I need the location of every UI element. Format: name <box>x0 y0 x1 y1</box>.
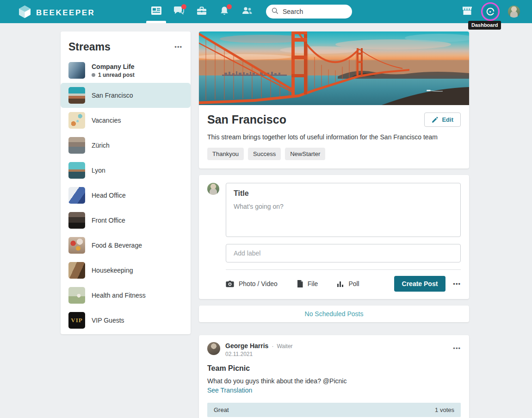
post-author-role: Waiter <box>277 343 292 349</box>
poll-option-great[interactable]: Great 1 votes <box>207 403 461 417</box>
sidebar-item-san-francisco[interactable]: San Francisco <box>61 83 191 108</box>
post-date: 02.11.2021 <box>225 351 453 357</box>
stream-thumbnail <box>68 137 85 154</box>
streams-title: Streams <box>68 41 111 53</box>
nav-active-indicator <box>146 21 166 23</box>
stream-label: Housekeeping <box>92 267 133 274</box>
stream-thumbnail <box>68 187 85 204</box>
stream-label: Lyon <box>92 167 105 174</box>
sidebar-item-head-office[interactable]: Head Office <box>61 183 191 208</box>
photo-video-label: Photo / Video <box>239 280 278 287</box>
unread-dot <box>92 73 95 77</box>
nav-notifications-button[interactable] <box>213 0 235 23</box>
see-translation-link[interactable]: See Translation <box>207 387 461 394</box>
tag-thankyou[interactable]: Thankyou <box>207 148 244 160</box>
stream-label: Vacancies <box>92 117 121 124</box>
pencil-icon <box>432 117 438 123</box>
sidebar-item-lyon[interactable]: Lyon <box>61 158 191 183</box>
sidebar-item-food-beverage[interactable]: Food & Beverage <box>61 233 191 258</box>
poll-label: Poll <box>348 280 359 287</box>
nav-briefcase-button[interactable] <box>190 0 213 23</box>
post-poll: Great 1 votes <box>207 403 461 418</box>
post-author-name[interactable]: George Harris <box>225 342 268 349</box>
stream-label: Food & Beverage <box>92 242 142 249</box>
nav-streams-button[interactable] <box>145 0 167 23</box>
camera-icon <box>226 281 234 287</box>
post-card: George Harris · Waiter 02.11.2021 ••• Te… <box>199 335 469 418</box>
chats-unread-badge <box>181 4 186 9</box>
sidebar-item-company-life[interactable]: Company Life 1 unread post <box>61 58 191 83</box>
file-icon <box>297 280 303 287</box>
user-avatar[interactable] <box>508 6 520 18</box>
stream-label: San Francisco <box>92 92 133 99</box>
post-author-avatar[interactable] <box>207 342 220 355</box>
composer-more-icon[interactable]: ••• <box>453 281 461 287</box>
sidebar-item-housekeeping[interactable]: Housekeeping <box>61 258 191 283</box>
stream-label: Health and Fitness <box>92 292 146 299</box>
vip-thumb-text: VIP <box>71 317 82 324</box>
dashboard-button[interactable] <box>481 2 500 21</box>
post-composer-card: Title What's going on? Photo / Video <box>199 175 469 299</box>
file-button[interactable]: File <box>297 280 318 287</box>
unread-count-label: 1 unread post <box>98 72 135 78</box>
briefcase-icon <box>197 6 207 17</box>
streams-more-icon[interactable]: ••• <box>174 44 182 50</box>
stream-label: Company Life <box>92 63 135 70</box>
marketplace-icon[interactable] <box>462 6 473 18</box>
post-body-text: What do you guys think about the idea? @… <box>207 377 461 385</box>
add-label-input[interactable] <box>226 244 461 262</box>
stream-label: Head Office <box>92 192 126 199</box>
tag-success[interactable]: Success <box>248 148 281 160</box>
stream-tags: Thankyou Success NewStarter <box>207 148 461 160</box>
file-label: File <box>308 280 318 287</box>
composer-user-avatar <box>207 183 219 195</box>
stream-thumbnail <box>68 212 85 229</box>
stream-label: VIP Guests <box>92 317 124 324</box>
sidebar-item-vacancies[interactable]: Vacancies <box>61 108 191 133</box>
post-more-icon[interactable]: ••• <box>453 342 461 352</box>
nav-chats-button[interactable] <box>167 0 190 23</box>
people-icon <box>241 6 253 17</box>
tag-newstarter[interactable]: NewStarter <box>285 148 325 160</box>
sidebar-item-front-office[interactable]: Front Office <box>61 208 191 233</box>
notifications-unread-badge <box>227 4 232 9</box>
poll-option-votes: 1 votes <box>435 406 454 413</box>
stream-thumbnail <box>68 287 85 304</box>
stream-thumbnail <box>68 87 85 104</box>
top-bar: BEEKEEPER <box>0 0 532 23</box>
author-role-separator: · <box>272 343 273 349</box>
stream-label: Front Office <box>92 217 125 224</box>
stream-thumbnail <box>68 262 85 279</box>
stream-thumbnail <box>68 112 85 129</box>
post-title: Team Picnic <box>207 364 461 373</box>
composer-title-placeholder: Title <box>234 189 453 198</box>
create-post-button[interactable]: Create Post <box>394 276 446 292</box>
search-input[interactable] <box>283 8 343 15</box>
scheduled-posts-label: No Scheduled Posts <box>305 310 364 318</box>
nav-people-button[interactable] <box>235 0 258 23</box>
stream-thumbnail: VIP <box>68 312 85 329</box>
stream-header-card: San Francisco Edit This stream brings to… <box>199 31 469 168</box>
search-bar[interactable] <box>266 5 352 19</box>
stream-thumbnail <box>68 162 85 179</box>
stream-description: This stream brings together lots of usef… <box>207 133 461 141</box>
primary-nav <box>145 0 258 23</box>
composer-body-placeholder: What's going on? <box>234 203 453 210</box>
photo-video-button[interactable]: Photo / Video <box>226 280 278 287</box>
poll-button[interactable]: Poll <box>337 280 359 287</box>
composer-divider <box>226 269 461 270</box>
stream-thumbnail <box>68 237 85 254</box>
scheduled-posts-bar[interactable]: No Scheduled Posts <box>199 306 469 322</box>
sidebar-item-health-fitness[interactable]: Health and Fitness <box>61 283 191 308</box>
sidebar-item-vip-guests[interactable]: VIP VIP Guests <box>61 308 191 333</box>
topbar-right-cluster <box>462 0 520 23</box>
streams-sidebar: Streams ••• Company Life 1 unread post S… <box>61 31 191 334</box>
post-title-input[interactable]: Title What's going on? <box>226 183 461 237</box>
edit-stream-button[interactable]: Edit <box>424 112 461 127</box>
stream-page-title: San Francisco <box>207 113 286 126</box>
edit-button-label: Edit <box>442 116 453 123</box>
beekeeper-logo[interactable]: BEEKEEPER <box>19 5 95 20</box>
cover-image-golden-gate <box>199 31 469 105</box>
beekeeper-hexagon-icon <box>19 5 31 20</box>
sidebar-item-zurich[interactable]: Zürich <box>61 133 191 158</box>
